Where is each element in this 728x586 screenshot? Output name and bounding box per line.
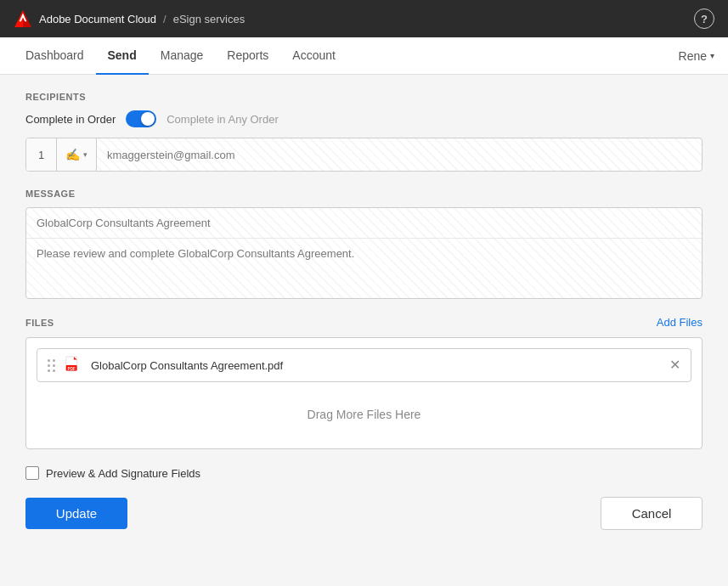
file-close-button[interactable]: ✕ [669,358,680,372]
nav-item-reports[interactable]: Reports [215,37,280,75]
adobe-logo-icon [14,9,32,28]
complete-any-order-label: Complete in Any Order [166,113,279,126]
brand-name: Adobe Document Cloud [39,13,156,25]
help-button[interactable]: ? [694,8,714,29]
svg-text:PDF: PDF [68,367,76,371]
main-content: RECIPIENTS Complete in Order Complete in… [0,75,728,586]
toggle-knob [141,112,155,126]
user-name: Rene [679,49,707,63]
recipients-label: RECIPIENTS [25,92,703,102]
drag-dot [53,369,55,372]
file-item: PDF GlobalCorp Consultants Agreement.pdf… [37,348,691,382]
preview-row: Preview & Add Signature Fields [25,466,703,480]
drag-dot-row [48,364,55,367]
cancel-button[interactable]: Cancel [601,497,703,530]
chevron-down-icon: ▾ [710,51,714,60]
update-button[interactable]: Update [25,498,127,529]
file-name: GlobalCorp Consultants Agreement.pdf [91,359,283,372]
drag-dot [48,359,50,362]
service-name: eSign services [173,13,245,25]
files-header: FILES Add Files [25,316,703,329]
add-files-link[interactable]: Add Files [657,316,703,329]
user-menu[interactable]: Rene ▾ [679,49,714,63]
pdf-file-icon: PDF [64,356,82,375]
files-section: FILES Add Files [25,316,703,449]
recipients-controls: Complete in Order Complete in Any Order [25,110,703,127]
nav-item-account[interactable]: Account [280,37,347,75]
drag-handle[interactable] [48,359,55,372]
file-item-left: PDF GlobalCorp Consultants Agreement.pdf [48,356,283,375]
message-body[interactable]: Please review and complete GlobalCorp Co… [26,239,702,298]
nav-item-manage[interactable]: Manage [149,37,216,75]
complete-in-order-label: Complete in Order [25,113,116,126]
message-label: MESSAGE [25,189,703,199]
files-label: FILES [25,318,54,328]
recipient-email: kmaggerstein@gmail.com [97,149,702,161]
nav-item-dashboard[interactable]: Dashboard [14,37,96,75]
preview-label: Preview & Add Signature Fields [46,467,200,480]
nav-bar: Dashboard Send Manage Reports Account Re… [0,37,728,75]
message-subject[interactable]: GlobalCorp Consultants Agreement [26,208,702,239]
nav-item-send[interactable]: Send [96,37,149,75]
message-section: MESSAGE GlobalCorp Consultants Agreement… [25,189,703,299]
recipient-role-selector[interactable]: ✍ ▾ [57,138,97,171]
top-bar: Adobe Document Cloud / eSign services ? [0,0,728,37]
recipient-row: 1 ✍ ▾ kmaggerstein@gmail.com [25,138,703,172]
recipient-number: 1 [26,138,57,171]
drag-dot-row [48,369,55,372]
order-toggle[interactable] [126,110,156,127]
role-chevron-icon: ▾ [83,150,87,159]
button-row: Update Cancel [25,497,703,530]
preview-checkbox[interactable] [25,466,39,480]
drag-dot [48,364,50,367]
files-box: PDF GlobalCorp Consultants Agreement.pdf… [25,337,703,449]
drag-dot [53,364,55,367]
message-box: GlobalCorp Consultants Agreement Please … [25,207,703,299]
drag-dot [48,369,50,372]
signer-icon: ✍ [65,148,80,161]
brand-area: Adobe Document Cloud / eSign services [14,9,245,28]
nav-items: Dashboard Send Manage Reports Account [14,37,347,74]
recipients-section: RECIPIENTS Complete in Order Complete in… [25,92,703,172]
drag-dot [53,359,55,362]
drag-dot-row [48,359,55,362]
drop-zone[interactable]: Drag More Files Here [37,391,691,438]
brand-separator: / [163,13,166,25]
